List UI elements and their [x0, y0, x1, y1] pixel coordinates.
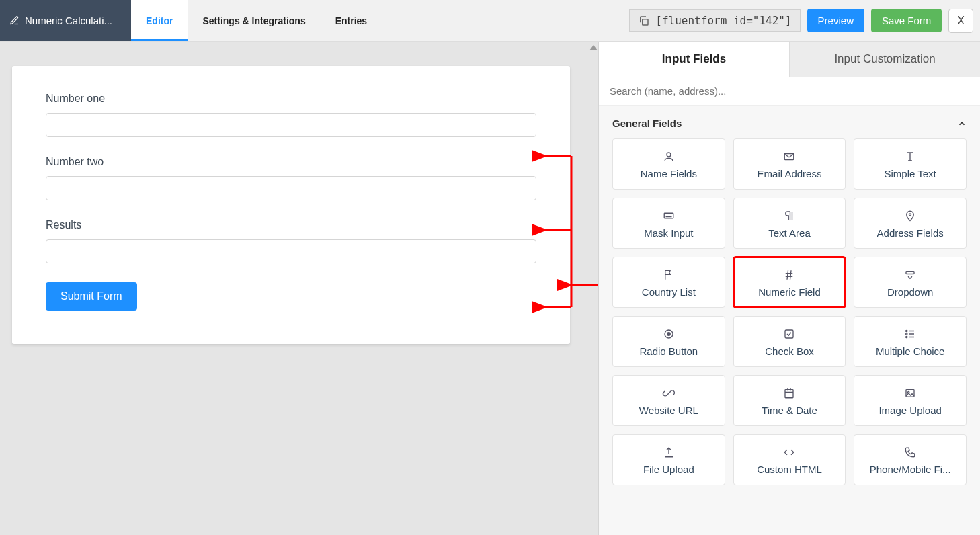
svg-point-9: [909, 214, 911, 216]
topbar: Numeric Calculati... Editor Settings & I…: [0, 0, 980, 42]
svg-rect-0: [643, 19, 648, 24]
field-tile-mask-input[interactable]: Mask Input: [612, 198, 725, 249]
field-tile-simple-text[interactable]: Simple Text: [854, 138, 967, 190]
tile-label: Image Upload: [879, 405, 941, 416]
check-icon: [782, 328, 796, 340]
user-icon: [662, 151, 676, 163]
tile-label: Custom HTML: [757, 464, 822, 475]
tile-label: Dropdown: [887, 286, 933, 298]
calendar-icon: [782, 387, 796, 399]
copy-icon: [638, 15, 650, 27]
list-icon: [903, 328, 917, 340]
preview-button[interactable]: Preview: [807, 9, 864, 32]
search-input[interactable]: [599, 77, 980, 106]
field-tile-phone-mobile-fi[interactable]: Phone/Mobile Fi...: [854, 434, 967, 485]
tile-label: Name Fields: [641, 168, 697, 179]
tile-label: Simple Text: [885, 168, 936, 179]
svg-rect-10: [906, 271, 914, 274]
field-input[interactable]: [46, 239, 536, 263]
sidebar-tab-customization[interactable]: Input Customization: [790, 42, 980, 77]
hash-icon: [782, 269, 796, 281]
form-field: Number two: [46, 156, 536, 200]
svg-rect-8: [664, 213, 673, 218]
sidebar-tab-input-fields[interactable]: Input Fields: [599, 42, 790, 77]
flag-icon: [662, 269, 676, 281]
field-tile-radio-button[interactable]: Radio Button: [612, 316, 725, 367]
field-input[interactable]: [46, 176, 536, 200]
field-tile-name-fields[interactable]: Name Fields: [612, 138, 725, 190]
field-tile-image-upload[interactable]: Image Upload: [854, 375, 967, 426]
field-label: Number one: [46, 93, 536, 105]
phone-icon: [903, 446, 917, 458]
tile-label: Multiple Choice: [876, 345, 945, 357]
field-tile-website-url[interactable]: Website URL: [612, 375, 725, 426]
field-tile-multiple-choice[interactable]: Multiple Choice: [854, 316, 967, 367]
chevron-up-icon: [957, 119, 967, 128]
field-label: Results: [46, 219, 536, 231]
submit-button[interactable]: Submit Form: [46, 282, 137, 311]
field-tile-numeric-field[interactable]: Numeric Field: [733, 257, 846, 308]
para-icon: [782, 210, 796, 222]
field-tile-dropdown[interactable]: Dropdown: [854, 257, 967, 308]
close-button[interactable]: X: [948, 9, 973, 33]
topbar-right: [fluentform id="142"] Preview Save Form …: [629, 0, 980, 41]
tile-label: Mask Input: [644, 227, 693, 239]
tile-label: Text Area: [768, 227, 811, 239]
text-icon: [903, 151, 917, 163]
field-tile-custom-html[interactable]: Custom HTML: [733, 434, 846, 485]
tile-label: File Upload: [643, 464, 694, 475]
tab-entries[interactable]: Entries: [321, 0, 382, 41]
field-label: Number two: [46, 156, 536, 168]
shortcode-box[interactable]: [fluentform id="142"]: [629, 9, 800, 32]
tile-label: Check Box: [765, 345, 814, 357]
form-field: Results: [46, 219, 536, 263]
field-tile-text-area[interactable]: Text Area: [733, 198, 846, 249]
save-button[interactable]: Save Form: [871, 9, 942, 32]
tile-label: Time & Date: [762, 405, 817, 416]
form-title-text: Numeric Calculati...: [25, 15, 112, 26]
main: Number oneNumber twoResults Submit Form …: [0, 42, 980, 535]
form-title[interactable]: Numeric Calculati...: [0, 0, 131, 41]
svg-rect-13: [785, 330, 793, 338]
tab-editor[interactable]: Editor: [131, 0, 188, 41]
sidebar-tabs: Input Fields Input Customization: [599, 42, 980, 77]
field-tile-country-list[interactable]: Country List: [612, 257, 725, 308]
mail-icon: [782, 151, 796, 163]
field-tile-check-box[interactable]: Check Box: [733, 316, 846, 367]
form-field: Number one: [46, 93, 536, 137]
field-tile-address-fields[interactable]: Address Fields: [854, 198, 967, 249]
field-tile-time-date[interactable]: Time & Date: [733, 375, 846, 426]
tile-label: Country List: [642, 286, 696, 298]
scroll-up-handle[interactable]: [588, 42, 599, 54]
field-grid: Name FieldsEmail AddressSimple TextMask …: [599, 138, 980, 499]
tile-label: Radio Button: [639, 345, 698, 357]
tile-label: Website URL: [639, 405, 698, 416]
upload-icon: [662, 446, 676, 458]
tile-label: Address Fields: [877, 227, 944, 239]
field-input[interactable]: [46, 113, 536, 137]
pin-icon: [903, 210, 917, 222]
canvas-area: Number oneNumber twoResults Submit Form: [0, 42, 598, 535]
tile-label: Phone/Mobile Fi...: [870, 464, 951, 475]
field-tile-file-upload[interactable]: File Upload: [612, 434, 725, 485]
svg-point-14: [906, 330, 907, 331]
svg-point-15: [906, 333, 907, 334]
main-tabs: Editor Settings & Integrations Entries: [131, 0, 382, 41]
sidebar: Input Fields Input Customization General…: [598, 42, 980, 535]
radio-icon: [662, 328, 676, 340]
keyboard-icon: [662, 210, 676, 222]
link-icon: [662, 387, 676, 399]
pencil-icon: [9, 15, 19, 26]
svg-point-6: [667, 153, 671, 157]
tile-label: Email Address: [758, 168, 822, 179]
tile-label: Numeric Field: [758, 286, 821, 298]
section-general-fields[interactable]: General Fields: [599, 106, 980, 138]
field-tile-email-address[interactable]: Email Address: [733, 138, 846, 190]
tab-settings[interactable]: Settings & Integrations: [188, 0, 320, 41]
section-title: General Fields: [612, 118, 682, 129]
search-bar: [599, 77, 980, 106]
svg-point-16: [906, 336, 907, 337]
image-icon: [903, 387, 917, 399]
svg-rect-18: [906, 389, 914, 397]
shortcode-text: [fluentform id="142"]: [655, 14, 791, 27]
